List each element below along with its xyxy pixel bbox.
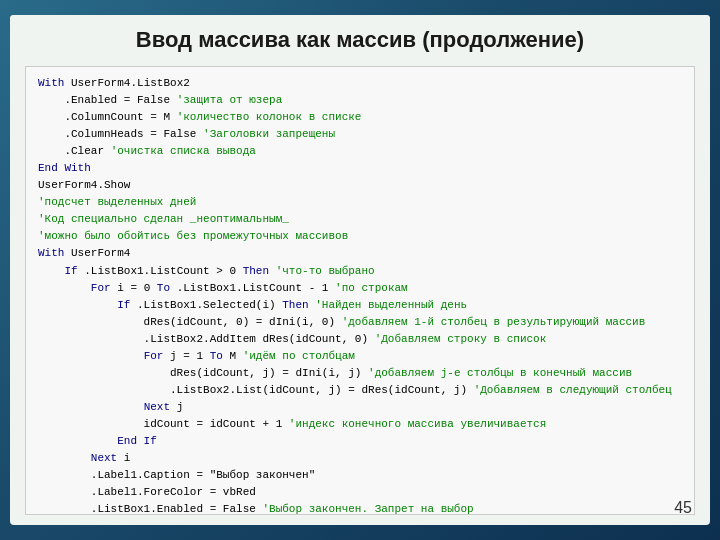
code-line: 'Код специально сделан _неоптимальным_: [38, 211, 682, 228]
code-line: With UserForm4: [38, 245, 682, 262]
code-line: Next i: [38, 450, 682, 467]
code-line: End If: [38, 433, 682, 450]
code-line: With UserForm4.ListBox2: [38, 75, 682, 92]
code-line: dRes(idCount, j) = dIni(i, j) 'добавляем…: [38, 365, 682, 382]
code-line: .Clear 'очистка списка вывода: [38, 143, 682, 160]
code-line: UserForm4.Show: [38, 177, 682, 194]
code-area: With UserForm4.ListBox2 .Enabled = False…: [25, 66, 695, 515]
code-line: dRes(idCount, 0) = dIni(i, 0) 'добавляем…: [38, 314, 682, 331]
code-line: .Enabled = False 'защита от юзера: [38, 92, 682, 109]
code-line: .ListBox2.List(idCount, j) = dRes(idCoun…: [38, 382, 682, 399]
code-line: For j = 1 To M 'идём по столбцам: [38, 348, 682, 365]
code-line: .ColumnHeads = False 'Заголовки запрещен…: [38, 126, 682, 143]
code-line: idCount = idCount + 1 'индекс конечного …: [38, 416, 682, 433]
code-line: End With: [38, 160, 682, 177]
code-line: .Label1.Caption = "Выбор закончен": [38, 467, 682, 484]
code-line: .ListBox2.AddItem dRes(idCount, 0) 'Доба…: [38, 331, 682, 348]
code-line: If .ListBox1.ListCount > 0 Then 'что-то …: [38, 263, 682, 280]
code-line: 'можно было обойтись без промежуточных м…: [38, 228, 682, 245]
title-text: Ввод массива как массив (продолжение): [30, 27, 690, 53]
code-line: .Label1.ForeColor = vbRed: [38, 484, 682, 501]
code-line: For i = 0 To .ListBox1.ListCount - 1 'по…: [38, 280, 682, 297]
code-line: Next j: [38, 399, 682, 416]
code-line: If .ListBox1.Selected(i) Then 'Найден вы…: [38, 297, 682, 314]
slide-title: Ввод массива как массив (продолжение): [10, 15, 710, 61]
code-line: .ListBox1.Enabled = False 'Выбор законче…: [38, 501, 682, 515]
code-line: .ColumnCount = M 'количество колонок в с…: [38, 109, 682, 126]
slide-number: 45: [674, 499, 692, 517]
code-line: 'подсчет выделенных дней: [38, 194, 682, 211]
slide-container: Ввод массива как массив (продолжение) Wi…: [10, 15, 710, 525]
